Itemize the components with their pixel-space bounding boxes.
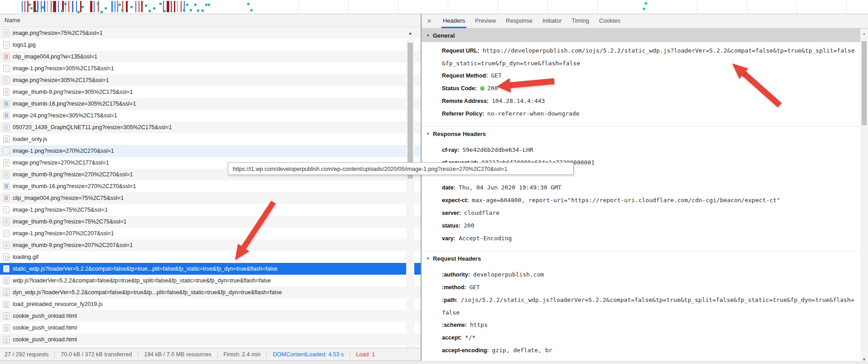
image-file-icon xyxy=(3,53,10,60)
network-request-row[interactable]: image_thumb-9.png?resize=305%2C175&ssl=1 xyxy=(0,86,421,98)
header-field-label: Referrer Policy: xyxy=(442,111,484,117)
request-list-scrollbar[interactable]: ▲ ▼ xyxy=(406,27,414,362)
request-name-label: image-24.png?resize=305%2C175&ssl=1 xyxy=(13,112,117,119)
image-file-icon xyxy=(3,77,10,84)
network-request-row[interactable]: cookie_push_onload.html xyxy=(0,310,421,322)
network-request-row[interactable]: wdp.js?loaderVer=5.2.2&compat=false&tp=t… xyxy=(0,275,421,286)
timeline-activity-bar xyxy=(24,1,25,12)
timeline-request-dot xyxy=(121,9,124,11)
header-field-value: */* xyxy=(465,334,475,341)
network-request-row[interactable]: cookie_push_onload.html xyxy=(0,334,421,345)
network-request-row[interactable]: image_thumb-9.png?resize=75%2C75&ssl=1 xyxy=(0,216,421,228)
status-bar-item: Finish: 2.4 min xyxy=(217,351,267,358)
timeline-request-dot xyxy=(645,2,647,5)
timeline-request-dot xyxy=(77,11,80,13)
network-overview-timeline[interactable] xyxy=(0,0,868,14)
tab-initiator[interactable]: Initiator xyxy=(537,14,567,28)
details-scrollbar[interactable]: ▲ ▼ xyxy=(860,29,868,364)
request-name-label: wdp.js?loaderVer=5.2.2&compat=false&tp=t… xyxy=(13,277,271,284)
scrollbar-thumb[interactable] xyxy=(862,41,867,125)
header-field: accept:*/* xyxy=(442,331,856,344)
header-field-label: cf-ray: xyxy=(442,147,459,153)
request-name-label: image-1.png?resize=75%2C75&ssl=1 xyxy=(13,207,108,213)
network-request-row[interactable]: logo1.jpg xyxy=(0,39,421,51)
request-name-label: logo1.jpg xyxy=(13,42,36,48)
column-header-name[interactable]: Name xyxy=(0,14,421,27)
image-file-icon xyxy=(3,112,10,119)
tab-response[interactable]: Response xyxy=(501,14,537,28)
network-request-row[interactable]: 050720_1439_GraphQLNET11.png?resize=305%… xyxy=(0,121,421,133)
network-request-row[interactable]: clip_image004.png?w=135&ssl=1 xyxy=(0,51,421,63)
header-field-label: :method: xyxy=(442,284,466,291)
tab-headers[interactable]: Headers xyxy=(438,14,470,28)
timeline-activity-bar xyxy=(44,1,45,12)
scroll-up-icon[interactable]: ▲ xyxy=(406,31,414,35)
network-request-row[interactable]: clip_image004.png?resize=75%2C75&ssl=1 xyxy=(0,192,421,204)
scrollbar-thumb[interactable] xyxy=(408,43,413,179)
network-request-row[interactable]: image-1.png?resize=270%2C270&ssl=1 xyxy=(0,145,421,157)
timeline-activity-bar xyxy=(111,1,113,12)
timeline-request-dot xyxy=(153,7,155,10)
network-request-row[interactable]: image-24.png?resize=305%2C175&ssl=1 xyxy=(0,110,421,121)
header-field: Remote Address:104.28.14.4:443 xyxy=(442,95,856,107)
network-request-row[interactable]: static_wdp.js?loaderVer=5.2.2&compat=fal… xyxy=(0,263,421,275)
header-field-label: :scheme: xyxy=(442,322,467,328)
header-field: date:Thu, 04 Jun 2020 19:49:30 GMT xyxy=(442,181,856,194)
network-request-row[interactable]: image-1.png?resize=207%2C207&ssl=1 xyxy=(0,228,421,239)
panel-divider[interactable] xyxy=(421,14,422,364)
header-field: Status Code:200 xyxy=(442,82,856,95)
headers-content: ▼GeneralRequest URL:https://developerpub… xyxy=(422,29,860,364)
network-request-row[interactable]: image_thumb-16.png?resize=305%2C175&ssl=… xyxy=(0,98,421,110)
header-field-value: https://developerpublish.com/iojs/5.2.2/… xyxy=(442,47,854,67)
network-request-row[interactable]: cookie_push_onload.html xyxy=(0,322,421,334)
section-header-request-headers[interactable]: ▼Request Headers xyxy=(422,251,860,266)
timeline-request-dot xyxy=(643,8,645,10)
network-request-row[interactable]: loading.gif xyxy=(0,251,421,263)
timeline-request-dot xyxy=(183,9,185,11)
timeline-activity-bar xyxy=(22,1,23,12)
timeline-request-dot xyxy=(194,4,197,6)
header-field-value: GET xyxy=(469,284,480,291)
network-request-row[interactable]: image-1.png?resize=305%2C175&ssl=1 xyxy=(0,63,421,74)
network-request-row[interactable]: image-1.png?resize=75%2C75&ssl=1 xyxy=(0,204,421,216)
network-request-row[interactable]: image_thumb-16.png?resize=270%2C270&ssl=… xyxy=(0,180,421,192)
status-bar-item: DOMContentLoaded: 4.53 s xyxy=(266,351,350,358)
section-header-response-headers[interactable]: ▼Response Headers xyxy=(422,126,860,141)
tab-timing[interactable]: Timing xyxy=(567,14,595,28)
timeline-activity-bar xyxy=(141,1,143,12)
image-file-icon xyxy=(3,230,10,237)
image-file-icon xyxy=(3,124,10,131)
chevron-down-icon: ▼ xyxy=(426,34,430,38)
close-icon[interactable]: × xyxy=(422,15,438,28)
timeline-activity-bar xyxy=(114,1,116,12)
request-name-label: cookie_push_onload.html xyxy=(13,313,77,319)
column-header-name-label: Name xyxy=(5,17,20,24)
timeline-request-dot xyxy=(29,4,31,6)
timeline-request-dot xyxy=(82,6,84,8)
image-file-icon xyxy=(3,183,10,190)
scroll-up-icon[interactable]: ▲ xyxy=(860,31,868,36)
header-field-label: Request Method: xyxy=(442,73,488,79)
network-request-row[interactable]: image.png?resize=75%2C75&ssl=1 xyxy=(0,27,421,39)
network-request-row[interactable]: load_preloaded_resource_fy2019.js xyxy=(0,298,421,310)
timeline-request-dot xyxy=(105,7,107,10)
request-name-label: load_preloaded_resource_fy2019.js xyxy=(13,301,103,307)
request-name-label: image.png?resize=75%2C75&ssl=1 xyxy=(13,30,103,36)
timeline-activity-bar xyxy=(27,1,29,12)
timeline-activity-bar xyxy=(126,1,128,12)
timeline-activity-bar xyxy=(139,1,139,12)
section-header-general[interactable]: ▼General xyxy=(422,29,860,42)
tab-cookies[interactable]: Cookies xyxy=(594,14,625,28)
network-request-row[interactable]: loader_only.js xyxy=(0,133,421,145)
header-field-label: Remote Address: xyxy=(442,98,489,104)
network-request-row[interactable]: image.png?resize=305%2C175&ssl=1 xyxy=(0,74,421,86)
section-body: Request URL:https://developerpublish.com… xyxy=(422,42,860,125)
tab-preview[interactable]: Preview xyxy=(470,14,501,28)
network-request-row[interactable]: image_thumb-9.png?resize=207%2C207&ssl=1 xyxy=(0,239,421,251)
document-file-icon xyxy=(3,265,10,272)
timeline-request-dot xyxy=(159,3,162,5)
network-request-row[interactable]: dyn_wdp.js?loaderVer=5.2.2&compat=false&… xyxy=(0,286,421,298)
header-field: Request Method:GET xyxy=(442,69,856,82)
header-field-value: developerpublish.com xyxy=(473,271,544,278)
timeline-activity-bar xyxy=(76,1,77,12)
